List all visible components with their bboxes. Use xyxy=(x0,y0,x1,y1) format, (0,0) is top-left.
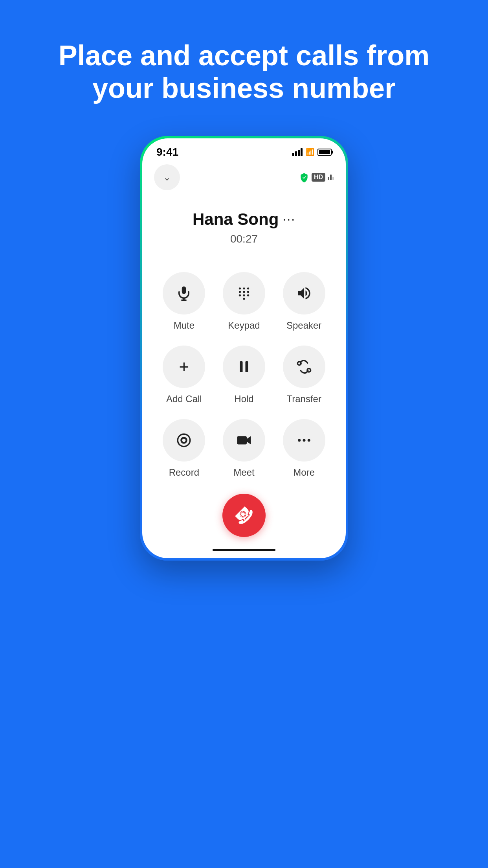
record-label: Record xyxy=(169,467,199,478)
svg-rect-13 xyxy=(240,361,242,372)
svg-point-20 xyxy=(298,439,301,442)
signal-bars-icon xyxy=(292,148,303,156)
phone-inner-screen: 9:41 📶 ⌄ xyxy=(142,138,346,558)
svg-rect-14 xyxy=(245,361,248,372)
end-call-icon: ☎ xyxy=(230,501,258,529)
add-call-button[interactable]: + xyxy=(163,346,205,388)
svg-point-21 xyxy=(303,439,305,442)
battery-icon xyxy=(317,149,332,156)
hold-label: Hold xyxy=(234,394,253,405)
svg-point-15 xyxy=(297,362,301,365)
top-controls-row: ⌄ HD xyxy=(142,159,346,194)
record-button[interactable] xyxy=(163,419,205,462)
home-bar xyxy=(213,549,275,551)
headline: Place and accept calls from your busines… xyxy=(19,0,469,128)
speaker-icon xyxy=(296,285,312,302)
call-duration: 00:27 xyxy=(150,233,338,245)
chevron-down-icon: ⌄ xyxy=(163,172,171,183)
more-control[interactable]: More xyxy=(274,412,334,485)
svg-point-9 xyxy=(239,294,241,296)
shield-check-icon xyxy=(299,172,309,182)
call-controls-grid: Mute xyxy=(142,253,346,486)
keypad-button[interactable] xyxy=(223,272,265,314)
phone-mockup: 9:41 📶 ⌄ xyxy=(140,136,348,561)
plus-icon: + xyxy=(179,358,189,375)
transfer-icon xyxy=(296,359,312,375)
svg-point-4 xyxy=(243,287,245,289)
mute-control[interactable]: Mute xyxy=(154,265,214,338)
caller-name: Hana Song xyxy=(193,210,279,229)
svg-point-22 xyxy=(307,439,310,442)
svg-point-7 xyxy=(243,291,245,292)
mute-label: Mute xyxy=(174,320,194,331)
phone-outer-frame: 9:41 📶 ⌄ xyxy=(140,136,348,561)
keypad-control[interactable]: Keypad xyxy=(214,265,274,338)
more-label: More xyxy=(293,467,315,478)
transfer-label: Transfer xyxy=(286,394,321,405)
hold-control[interactable]: Hold xyxy=(214,338,274,412)
svg-point-8 xyxy=(247,291,249,292)
speaker-button[interactable] xyxy=(283,272,325,314)
record-icon xyxy=(176,432,192,449)
status-time: 9:41 xyxy=(156,146,178,158)
svg-point-5 xyxy=(247,287,249,289)
caller-name-row: Hana Song ··· xyxy=(150,210,338,229)
transfer-control[interactable]: Transfer xyxy=(274,338,334,412)
hd-badge: HD xyxy=(312,173,325,182)
add-call-label: Add Call xyxy=(166,394,202,405)
hold-button[interactable] xyxy=(223,346,265,388)
more-button[interactable] xyxy=(283,419,325,462)
record-control[interactable]: Record xyxy=(154,412,214,485)
svg-point-10 xyxy=(243,294,245,296)
end-call-button[interactable]: ☎ xyxy=(222,494,266,537)
keypad-label: Keypad xyxy=(228,320,260,331)
speaker-control[interactable]: Speaker xyxy=(274,265,334,338)
caller-options-icon[interactable]: ··· xyxy=(283,212,295,226)
meet-control[interactable]: Meet xyxy=(214,412,274,485)
quality-bars-icon xyxy=(328,175,334,180)
caller-info: Hana Song ··· 00:27 xyxy=(142,194,346,253)
status-icons: 📶 xyxy=(292,148,332,156)
meet-button[interactable] xyxy=(223,419,265,462)
mute-button[interactable] xyxy=(163,272,205,314)
add-call-control[interactable]: + Add Call xyxy=(154,338,214,412)
speaker-label: Speaker xyxy=(286,320,321,331)
status-bar: 9:41 📶 xyxy=(142,138,346,159)
svg-point-3 xyxy=(239,287,241,289)
svg-point-19 xyxy=(182,439,186,442)
svg-rect-0 xyxy=(182,286,186,294)
svg-point-6 xyxy=(239,291,241,292)
headline-line2: your business number xyxy=(92,72,396,104)
microphone-icon xyxy=(176,285,192,302)
end-call-row: ☎ xyxy=(142,486,346,549)
home-indicator xyxy=(142,549,346,558)
call-quality-indicators: HD xyxy=(299,172,334,182)
meet-label: Meet xyxy=(233,467,254,478)
svg-point-12 xyxy=(243,298,245,300)
headline-line1: Place and accept calls from xyxy=(59,40,429,71)
keypad-icon xyxy=(236,285,252,302)
svg-point-11 xyxy=(247,294,249,296)
wifi-icon: 📶 xyxy=(306,148,314,156)
ellipsis-icon xyxy=(296,432,312,449)
pause-icon xyxy=(236,359,252,375)
transfer-button[interactable] xyxy=(283,346,325,388)
video-icon xyxy=(236,432,252,449)
svg-point-16 xyxy=(307,368,311,372)
minimize-button[interactable]: ⌄ xyxy=(154,164,180,190)
